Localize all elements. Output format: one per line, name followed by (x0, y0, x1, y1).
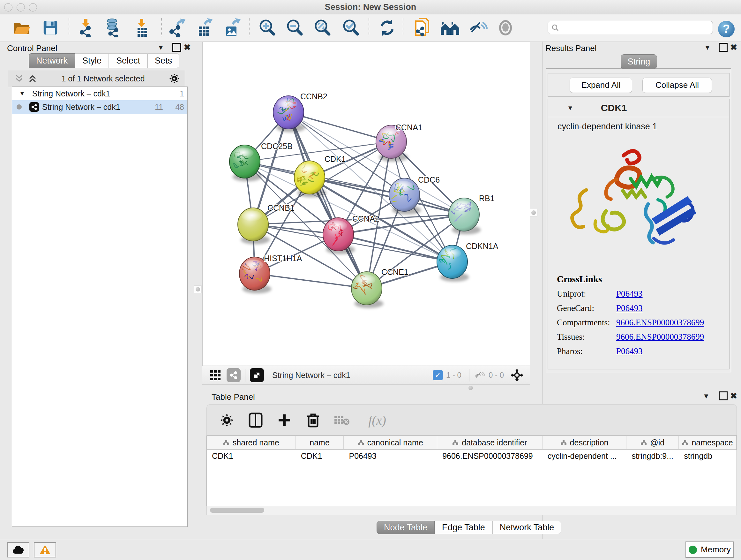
search-input[interactable] (548, 21, 713, 34)
column-hierarchy-icon (223, 440, 229, 445)
expand-all-chevron-icon[interactable] (28, 74, 37, 83)
float-panel-icon[interactable] (719, 391, 728, 400)
help-button[interactable]: ? (716, 19, 737, 39)
refresh-button[interactable] (377, 17, 397, 38)
close-panel-icon[interactable]: ✖ (730, 43, 737, 52)
export-table-button[interactable] (194, 17, 214, 38)
right-splitter-handle[interactable] (530, 209, 537, 216)
crosslink-row: Uniprot:P06493 (557, 289, 704, 299)
close-panel-icon[interactable]: ✖ (184, 43, 191, 52)
node-CDC25B[interactable] (229, 145, 262, 181)
column-header--id[interactable]: @id (626, 436, 679, 449)
tab-sets[interactable]: Sets (147, 53, 179, 68)
crosslink-link[interactable]: 9606.ENSP00000378699 (616, 318, 704, 327)
scrollbar-thumb[interactable] (210, 508, 264, 513)
column-header-description[interactable]: description (542, 436, 627, 449)
import-network-from-database-button[interactable] (103, 17, 123, 38)
column-header-name[interactable]: name (296, 436, 344, 449)
delete-column-icon[interactable] (305, 412, 322, 429)
float-panel-icon[interactable] (719, 43, 728, 52)
column-header-canonical-name[interactable]: canonical name (344, 436, 437, 449)
tab-node-table[interactable]: Node Table (377, 521, 434, 534)
pan-crosshair-icon[interactable] (510, 368, 524, 382)
tab-select[interactable]: Select (109, 53, 147, 68)
import-table-from-file-button[interactable] (132, 17, 152, 38)
tab-string[interactable]: String (621, 54, 657, 69)
panel-menu-icon[interactable]: ▼ (703, 392, 710, 400)
export-network-button[interactable] (166, 17, 187, 38)
network-share-icon[interactable] (226, 368, 241, 382)
open-external-view-icon[interactable] (250, 368, 264, 382)
table-horizontal-scrollbar[interactable] (206, 506, 737, 515)
warning-button[interactable] (34, 542, 56, 557)
crosslink-link[interactable]: 9606.ENSP00000378699 (616, 332, 704, 342)
table-cell[interactable]: cyclin-dependent ... (542, 450, 627, 463)
cloud-button[interactable] (7, 542, 29, 557)
tab-network[interactable]: Network (29, 53, 75, 68)
birds-eye-view-icon[interactable] (210, 370, 221, 381)
show-columns-icon[interactable] (247, 412, 264, 429)
node-CCNB2[interactable] (273, 96, 306, 132)
import-network-icon (77, 18, 96, 37)
memory-button[interactable]: Memory (685, 542, 734, 558)
collapse-all-button[interactable]: Collapse All (643, 78, 712, 93)
tab-style[interactable]: Style (75, 53, 109, 68)
crosslink-link[interactable]: P06493 (616, 289, 643, 299)
table-settings-gear-icon[interactable] (218, 412, 235, 429)
zoom-out-button[interactable] (285, 17, 305, 38)
zoom-fit-button[interactable] (313, 17, 333, 38)
collapse-all-chevron-icon[interactable] (15, 74, 23, 83)
gear-icon[interactable] (170, 74, 179, 83)
show-graphics-details-button[interactable] (495, 17, 516, 38)
table-cell[interactable]: stringdb (679, 450, 737, 463)
expand-all-button[interactable]: Expand All (569, 78, 632, 93)
table-cell[interactable]: CDK1 (207, 450, 296, 463)
delete-table-icon[interactable] (333, 412, 350, 429)
node-CDK1[interactable] (294, 161, 327, 197)
import-network-from-file-button[interactable] (76, 17, 97, 38)
node-CDC6[interactable] (389, 178, 421, 214)
tab-edge-table[interactable]: Edge Table (434, 521, 492, 534)
column-header-database-identifier[interactable]: database identifier (437, 436, 542, 449)
node-label-CDKN1A: CDKN1A (466, 242, 498, 251)
left-splitter-handle[interactable] (194, 286, 202, 293)
node-RB1[interactable] (449, 198, 481, 234)
hidden-eye-icon[interactable] (474, 370, 485, 380)
close-panel-icon[interactable]: ✖ (730, 391, 737, 401)
zoom-selected-button[interactable] (341, 17, 361, 38)
tab-network-table[interactable]: Network Table (492, 521, 562, 534)
column-header-shared-name[interactable]: shared name (207, 436, 296, 449)
add-column-icon[interactable] (276, 412, 293, 429)
refresh-icon (378, 18, 396, 37)
float-panel-icon[interactable] (172, 43, 181, 52)
panel-menu-icon[interactable]: ▼ (157, 44, 164, 52)
network-row[interactable]: String Network – cdk1 11 48 (12, 100, 187, 114)
function-builder-icon[interactable]: f(x) (362, 412, 393, 429)
network-collection-row[interactable]: ▼ String Network – cdk1 1 (12, 87, 187, 100)
node-CCNA2[interactable] (323, 218, 355, 254)
node-CDKN1A[interactable] (436, 245, 469, 282)
collapse-gene-icon[interactable]: ▼ (567, 105, 574, 112)
main-toolbar: ? (0, 14, 741, 42)
cybrowser-home-button[interactable] (440, 17, 460, 38)
network-canvas[interactable]: CCNB2CCNA1CDC25BCDK1CDC6RB1CCNB1CCNA2CDK… (202, 42, 530, 366)
column-header-namespace[interactable]: namespace (679, 436, 737, 449)
node-CCNE1[interactable] (351, 272, 384, 308)
table-cell[interactable]: CDK1 (296, 450, 344, 463)
save-session-button[interactable] (40, 17, 61, 38)
table-cell[interactable]: 9606.ENSP00000378699 (437, 450, 542, 463)
hide-labels-button[interactable] (468, 17, 488, 38)
table-cell[interactable]: stringdb:9... (626, 450, 679, 463)
panel-menu-icon[interactable]: ▼ (704, 44, 711, 52)
crosslink-link[interactable]: P06493 (616, 303, 643, 313)
export-image-button[interactable] (221, 17, 242, 38)
table-row[interactable]: CDK1CDK1P064939606.ENSP00000378699cyclin… (207, 450, 737, 463)
open-in-browser-button[interactable] (412, 17, 432, 38)
open-session-button[interactable] (11, 17, 32, 38)
gene-card-header[interactable]: ▼ CDK1 (548, 99, 729, 117)
table-cell[interactable]: P06493 (344, 450, 437, 463)
collection-expand-icon[interactable]: ▼ (19, 90, 25, 97)
selected-checkbox-icon[interactable]: ✓ (433, 370, 443, 380)
zoom-in-button[interactable] (257, 17, 278, 38)
crosslink-link[interactable]: P06493 (616, 347, 643, 356)
